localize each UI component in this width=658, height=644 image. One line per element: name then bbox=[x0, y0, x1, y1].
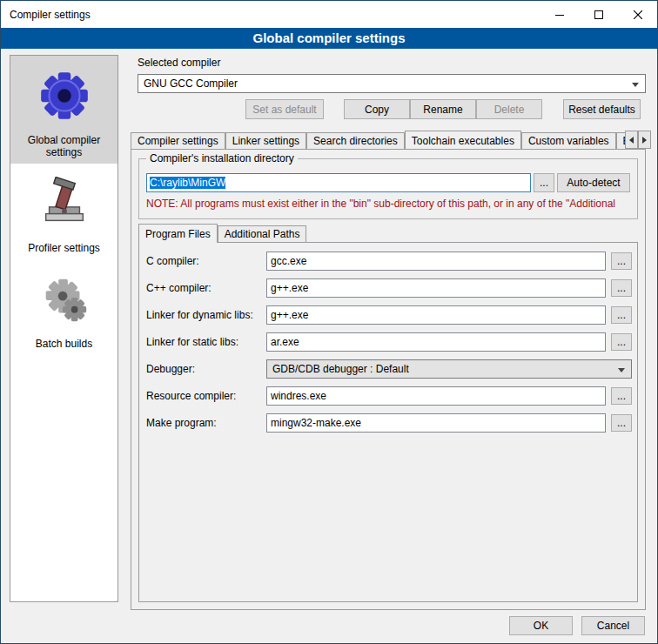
field-label: Make program: bbox=[146, 417, 217, 429]
selected-compiler-label: Selected compiler bbox=[138, 57, 220, 69]
auto-detect-button[interactable]: Auto-detect bbox=[557, 173, 630, 192]
dialog-footer: OK Cancel bbox=[509, 616, 645, 635]
installation-directory-input[interactable]: C:\raylib\MinGW bbox=[146, 173, 531, 192]
field-row-dynamic-linker: Linker for dynamic libs: ... bbox=[139, 305, 637, 325]
cpp-compiler-input[interactable] bbox=[266, 278, 606, 298]
tab-toolchain-executables[interactable]: Toolchain executables bbox=[405, 131, 521, 149]
close-button[interactable] bbox=[618, 1, 657, 28]
installation-directory-value: C:\raylib\MinGW bbox=[150, 177, 225, 189]
field-label: C compiler: bbox=[146, 255, 199, 267]
tab-custom-variables[interactable]: Custom variables bbox=[521, 132, 616, 149]
main-content: Selected compiler GNU GCC Compiler Set a… bbox=[127, 55, 646, 610]
compiler-select-value: GNU GCC Compiler bbox=[144, 77, 238, 90]
page-title: Global compiler settings bbox=[1, 28, 657, 49]
field-row-static-linker: Linker for static libs: ... bbox=[139, 332, 637, 352]
arrow-left-icon bbox=[629, 137, 634, 144]
field-label: Linker for dynamic libs: bbox=[146, 309, 253, 321]
tab-program-files[interactable]: Program Files bbox=[138, 224, 218, 243]
field-row-debugger: Debugger: GDB/CDB debugger : Default bbox=[139, 359, 637, 379]
chevron-down-icon bbox=[632, 83, 639, 87]
rename-button[interactable]: Rename bbox=[410, 99, 476, 119]
toolchain-executables-panel: Compiler's installation directory C:\ray… bbox=[131, 149, 646, 610]
compiler-select[interactable]: GNU GCC Compiler bbox=[138, 74, 646, 93]
maximize-button[interactable] bbox=[579, 1, 618, 28]
field-row-make-program: Make program: ... bbox=[139, 413, 637, 433]
window-title: Compiler settings bbox=[1, 9, 91, 21]
field-label: Linker for static libs: bbox=[146, 336, 238, 348]
browse-button[interactable]: ... bbox=[611, 252, 632, 270]
tab-additional-paths[interactable]: Additional Paths bbox=[218, 225, 307, 242]
tab-scroll-right-button[interactable] bbox=[638, 131, 651, 149]
debugger-select-value: GDB/CDB debugger : Default bbox=[272, 363, 409, 375]
maximize-icon bbox=[594, 10, 603, 19]
field-row-c-compiler: C compiler: ... bbox=[139, 252, 637, 271]
field-label: C++ compiler: bbox=[146, 282, 212, 294]
installation-directory-group: Compiler's installation directory C:\ray… bbox=[138, 158, 638, 219]
browse-button[interactable]: ... bbox=[611, 306, 632, 324]
sidebar-item-label: Batch builds bbox=[14, 338, 114, 350]
minimize-button[interactable] bbox=[540, 1, 579, 28]
sidebar-item-global-compiler-settings[interactable]: Global compiler settings bbox=[10, 56, 118, 164]
browse-button[interactable]: ... bbox=[611, 279, 632, 297]
minimize-icon bbox=[555, 10, 564, 19]
reset-defaults-button[interactable]: Reset defaults bbox=[563, 99, 641, 119]
c-compiler-input[interactable] bbox=[266, 252, 606, 271]
browse-directory-button[interactable]: ... bbox=[534, 173, 554, 192]
set-as-default-button: Set as default bbox=[245, 99, 324, 119]
installation-directory-group-title: Compiler's installation directory bbox=[146, 152, 298, 164]
tab-linker-settings[interactable]: Linker settings bbox=[225, 132, 306, 149]
debugger-select[interactable]: GDB/CDB debugger : Default bbox=[266, 359, 632, 379]
settings-category-list: Global compiler settings Profiler settin… bbox=[10, 55, 118, 602]
installation-note: NOTE: All programs must exist either in … bbox=[146, 198, 635, 210]
sidebar-item-label: Global compiler settings bbox=[14, 134, 114, 158]
program-files-panel: C compiler: ... C++ compiler: ... Linker… bbox=[138, 242, 638, 602]
tab-compiler-settings[interactable]: Compiler settings bbox=[131, 132, 225, 149]
browse-button[interactable]: ... bbox=[611, 333, 632, 351]
window-controls bbox=[540, 1, 657, 28]
field-row-resource-compiler: Resource compiler: ... bbox=[139, 386, 637, 406]
compiler-settings-window: Compiler settings Global compiler settin… bbox=[0, 0, 658, 644]
field-label: Resource compiler: bbox=[146, 390, 236, 402]
ok-button[interactable]: OK bbox=[509, 616, 573, 635]
installation-directory-row: C:\raylib\MinGW ... Auto-detect bbox=[146, 173, 630, 192]
browse-button[interactable]: ... bbox=[611, 387, 632, 405]
sidebar-item-profiler-settings[interactable]: Profiler settings bbox=[10, 164, 118, 259]
copy-button[interactable]: Copy bbox=[344, 99, 410, 119]
sidebar-item-batch-builds[interactable]: Batch builds bbox=[10, 259, 118, 355]
delete-button: Delete bbox=[476, 99, 542, 119]
tab-search-directories[interactable]: Search directories bbox=[306, 132, 405, 149]
tab-scroll-left-button[interactable] bbox=[625, 131, 638, 149]
dynamic-libs-linker-input[interactable] bbox=[266, 305, 606, 325]
close-icon bbox=[634, 10, 642, 19]
tab-scrollers bbox=[625, 131, 651, 149]
chevron-down-icon bbox=[618, 368, 625, 372]
field-row-cpp-compiler: C++ compiler: ... bbox=[139, 278, 637, 298]
field-label: Debugger: bbox=[146, 363, 195, 375]
static-libs-linker-input[interactable] bbox=[266, 332, 606, 352]
browse-button[interactable]: ... bbox=[611, 414, 632, 432]
gray-gears-icon bbox=[14, 266, 114, 332]
profiler-clamp-icon bbox=[14, 171, 114, 237]
arrow-right-icon bbox=[642, 137, 647, 144]
cancel-button[interactable]: Cancel bbox=[581, 616, 645, 635]
settings-tabs: Compiler settings Linker settings Search… bbox=[131, 131, 646, 149]
make-program-input[interactable] bbox=[266, 413, 606, 433]
program-tabs: Program Files Additional Paths bbox=[138, 224, 306, 242]
sidebar-item-label: Profiler settings bbox=[14, 242, 114, 254]
blue-gear-icon bbox=[14, 63, 114, 129]
titlebar: Compiler settings bbox=[1, 1, 657, 28]
resource-compiler-input[interactable] bbox=[266, 386, 606, 406]
